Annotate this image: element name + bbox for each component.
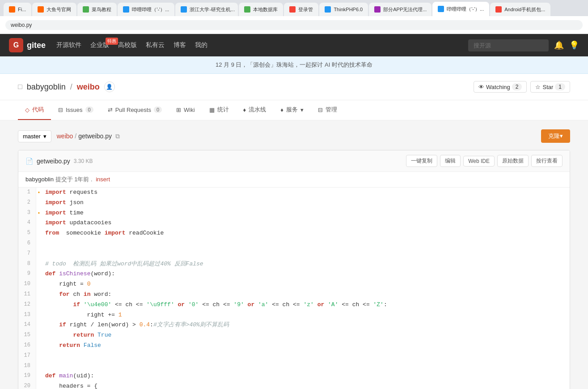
line-indicator (36, 341, 42, 351)
tab-favicon (123, 6, 129, 13)
nav-open-source[interactable]: 开源软件 (56, 41, 81, 49)
tab-label: 浙江大学-研究生机... (190, 6, 235, 13)
tab-pr-label: Pull Requests (115, 107, 151, 113)
code-line: 6 (18, 239, 570, 249)
file-name: getweibo.py (37, 158, 70, 165)
nav-school[interactable]: 高校版 (118, 41, 137, 49)
edit-button[interactable]: 编辑 (440, 155, 461, 167)
code-line: 8 # todo 检测乱码 如果过word中乱码超过40% 反回False (18, 259, 570, 269)
browser-tab[interactable]: 哔哩哔哩（'-'）... (432, 2, 489, 16)
line-number: 20 (18, 381, 36, 389)
tab-wiki[interactable]: ⊞ Wiki (169, 100, 202, 120)
line-indicator (36, 279, 42, 290)
gitee-logo[interactable]: G gitee (9, 38, 46, 52)
code-line: 9 def isChinese(word): (18, 269, 570, 279)
code-line: 14 if right / len(word) > 0.4:#文字占有率>40%… (18, 320, 570, 330)
line-content: return True (42, 330, 115, 341)
gitee-header: G gitee 开源软件 企业版 特惠 高校版 私有云 博客 我的 🔔 💡 (0, 34, 588, 56)
browser-tab[interactable]: 浙江大学-研究生机... (175, 3, 238, 16)
browser-tab[interactable]: 部分APP无法代理... (369, 3, 431, 16)
browser-tab[interactable]: 菜鸟教程 (77, 3, 117, 16)
tab-favicon (374, 6, 381, 13)
tab-pipeline[interactable]: ♦ 流水线 (236, 100, 274, 120)
commit-time: 1年前 (74, 176, 89, 183)
blame-button[interactable]: 按行查看 (531, 155, 563, 167)
watching-label: Watching (486, 84, 510, 90)
light-icon[interactable]: 💡 (569, 40, 579, 50)
file-viewer: 📄 getweibo.py 3.30 KB 一键复制 编辑 Web IDE 原始… (18, 150, 570, 389)
commit-author[interactable]: babygoblin (25, 176, 54, 183)
line-indicator (36, 320, 42, 330)
nav-my[interactable]: 我的 (195, 41, 207, 49)
code-line: 20 headers = { (18, 381, 570, 389)
star-button[interactable]: ☆ Star 1 (530, 81, 570, 93)
line-content (42, 249, 52, 259)
gitee-nav: 开源软件 企业版 特惠 高校版 私有云 博客 我的 (56, 41, 457, 49)
copy-path-icon[interactable]: ⧉ (115, 133, 120, 140)
code-line: 7 (18, 249, 570, 259)
branch-name: master (23, 133, 41, 140)
repo-header: □ babygoblin / weibo 👤 👁 Watching 2 ☆ St… (0, 74, 588, 100)
line-number: 2 (18, 198, 36, 208)
tab-pipeline-label: 流水线 (249, 106, 266, 114)
tab-admin[interactable]: ⊟ 管理 (311, 100, 344, 120)
notification-icon[interactable]: 🔔 (554, 40, 564, 50)
browser-tab[interactable]: 大鱼号官网 (32, 3, 76, 16)
browser-tab[interactable]: 登录管 (284, 3, 318, 16)
repo-owner[interactable]: babygoblin (27, 82, 66, 92)
tab-favicon (495, 6, 502, 13)
line-content: headers = { (42, 381, 101, 389)
nav-private-cloud[interactable]: 私有云 (146, 41, 165, 49)
repo-name[interactable]: weibo (77, 82, 100, 92)
stats-icon: ▦ (209, 107, 215, 113)
branch-selector[interactable]: master ▾ (18, 130, 51, 142)
enterprise-badge: 特惠 (106, 38, 118, 45)
star-icon: ☆ (535, 84, 541, 90)
tab-issues[interactable]: ⊟ Issues 0 (51, 100, 101, 120)
line-number: 9 (18, 269, 36, 279)
star-label: Star (542, 84, 553, 90)
tab-label: Android手机抓包... (504, 6, 545, 13)
tab-stats[interactable]: ▦ 统计 (202, 100, 236, 120)
code-line: 10 right = 0 (18, 279, 570, 290)
code-area: 1 ● import requests 2 import json 3 ● im… (18, 188, 570, 389)
browser-tab[interactable]: ThinkPHP6.0 (319, 3, 368, 16)
browser-tab[interactable]: 本地数据库 (239, 3, 283, 16)
line-number: 14 (18, 320, 36, 330)
tab-label: ThinkPHP6.0 (334, 7, 363, 12)
chevron-down-icon: ▾ (300, 107, 304, 113)
tab-services-label: 服务 (286, 106, 298, 114)
breadcrumb-root[interactable]: weibo (57, 133, 73, 140)
tab-pull-requests[interactable]: ⇄ Pull Requests 0 (101, 100, 169, 120)
line-indicator (36, 300, 42, 310)
services-icon: ♦ (280, 107, 283, 113)
browser-addressbar: weibo.py (0, 16, 588, 34)
browser-tab[interactable]: Fi... (4, 3, 31, 16)
pr-icon: ⇄ (108, 107, 113, 113)
search-input[interactable] (468, 39, 549, 51)
line-content: right = 0 (42, 279, 94, 290)
file-type-icon: 📄 (25, 158, 33, 165)
tab-code[interactable]: ◇ 代码 (18, 100, 51, 120)
one-click-copy-button[interactable]: 一键复制 (406, 155, 437, 167)
tab-services[interactable]: ♦ 服务 ▾ (273, 100, 311, 120)
clone-button[interactable]: 克隆▾ (541, 129, 570, 143)
tab-wiki-label: Wiki (184, 107, 195, 113)
line-content: from somecookie import readCookie (42, 228, 167, 239)
line-indicator (36, 228, 42, 239)
watching-button[interactable]: 👁 Watching 2 (474, 81, 527, 93)
raw-button[interactable]: 原始数据 (497, 155, 529, 167)
browser-tab[interactable]: Android手机抓包... (490, 3, 550, 16)
line-content: return False (42, 341, 105, 351)
browser-tab[interactable]: 哔哩哔哩（'-'）... (118, 3, 174, 16)
line-content: import requests (42, 188, 101, 198)
line-number: 3 (18, 208, 36, 218)
code-line: 1 ● import requests (18, 188, 570, 198)
line-content: # todo 检测乱码 如果过word中乱码超过40% 反回False (42, 259, 207, 269)
repo-title: □ babygoblin / weibo 👤 (18, 81, 115, 92)
address-url[interactable]: weibo.py (5, 20, 583, 30)
web-ide-button[interactable]: Web IDE (463, 156, 495, 167)
nav-blog[interactable]: 博客 (173, 41, 186, 49)
line-indicator (36, 239, 42, 249)
nav-enterprise[interactable]: 企业版 特惠 (90, 41, 109, 49)
